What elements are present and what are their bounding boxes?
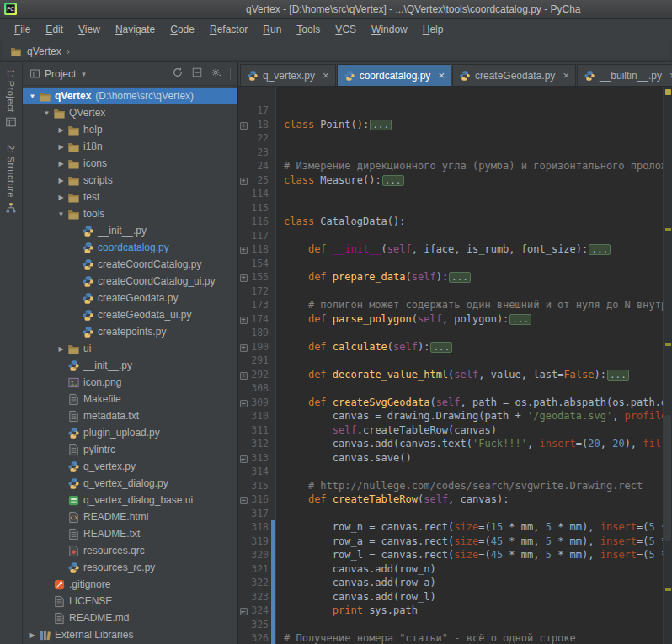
code-line-24[interactable]: 24# Измерение дирекционного угла (румба)…	[238, 159, 672, 173]
tree-item-README.html[interactable]: README.html	[23, 508, 237, 525]
code-line-317[interactable]: 317	[238, 507, 672, 521]
folded-region[interactable]: ...	[430, 342, 452, 353]
tree-item-createGeodata.py[interactable]: createGeodata.py	[23, 290, 237, 306]
code-line-172[interactable]: 172	[238, 285, 672, 299]
code-line-308[interactable]: 308	[238, 381, 672, 396]
code-line-314[interactable]: 314	[238, 465, 672, 479]
collapsed-arrow-icon[interactable]: ▶	[56, 194, 67, 201]
editor-tab-__builtin__.py[interactable]: __builtin__.py×	[577, 64, 672, 86]
code-line-291[interactable]: 291	[238, 354, 672, 368]
tree-item-createCoordCatalog.py[interactable]: createCoordCatalog.py	[23, 256, 237, 273]
code-line-315[interactable]: 315 # http://nullege.com/codes/search/sv…	[238, 479, 672, 493]
tree-item-scripts[interactable]: ▶scripts	[23, 172, 237, 189]
tree-item-README.md[interactable]: README.md	[23, 609, 237, 626]
tree-item-resources_rc.py[interactable]: resources_rc.py	[23, 559, 237, 576]
tree-item-plugin_upload.py[interactable]: plugin_upload.py	[23, 424, 237, 441]
close-tab-icon[interactable]: ×	[323, 72, 329, 80]
tree-item-__init__.py[interactable]: __init__.py	[23, 357, 237, 374]
code-line-325[interactable]: 325	[238, 618, 672, 632]
collapsed-arrow-icon[interactable]: ▶	[56, 126, 67, 134]
menu-navigate[interactable]: Navigate	[108, 20, 163, 39]
fold-plus-icon[interactable]: +	[238, 313, 248, 325]
close-tab-icon[interactable]: ×	[563, 72, 569, 80]
fold-end-icon[interactable]: ⌐	[238, 452, 248, 464]
tree-item-createGeodata_ui.py[interactable]: createGeodata_ui.py	[23, 306, 237, 323]
collapsed-arrow-icon[interactable]: ▶	[56, 160, 67, 168]
tree-item-test[interactable]: ▶test	[23, 189, 237, 205]
editor-tab-coordcatalog.py[interactable]: coordcatalog.py×	[337, 64, 451, 86]
code-line-309[interactable]: −309 def createSvgGeodata(self, path = o…	[238, 396, 672, 410]
code-line-189[interactable]: 189	[238, 326, 672, 340]
code-line-313[interactable]: ⌐313 canvas.save()	[238, 451, 672, 466]
tree-item-i18n[interactable]: ▶i18n	[23, 138, 237, 155]
fold-plus-icon[interactable]: +	[238, 341, 248, 353]
expanded-arrow-icon[interactable]: ▼	[56, 210, 67, 218]
tree-item-ui[interactable]: ▶ui	[23, 340, 237, 357]
code-line-116[interactable]: 116class CatalogData():	[238, 215, 672, 229]
tree-item-createCoordCatalog_ui.py[interactable]: createCoordCatalog_ui.py	[23, 273, 237, 290]
collapsed-arrow-icon[interactable]: ▶	[56, 143, 67, 151]
menu-edit[interactable]: Edit	[38, 20, 71, 39]
tree-item-icon.png[interactable]: icon.png	[23, 374, 237, 391]
code-editor[interactable]: 17+18class Point():...222324# Измерение …	[238, 87, 672, 644]
folded-region[interactable]: ...	[382, 175, 404, 186]
collapsed-arrow-icon[interactable]: ▶	[27, 631, 38, 639]
tree-item-q_vertex_dialog.py[interactable]: q_vertex_dialog.py	[23, 475, 237, 492]
code-line-320[interactable]: 320 row_l = canvas.rect(size=(45 * mm, 5…	[238, 548, 672, 562]
tree-item-tools[interactable]: ▼tools	[23, 205, 237, 222]
code-line-173[interactable]: 173 # полигон может содержать один внешн…	[238, 298, 672, 312]
code-line-310[interactable]: 310 canvas = drawing.Drawing(path + '/ge…	[238, 409, 672, 423]
editor-tab-q_vertex.py[interactable]: q_vertex.py×	[240, 64, 336, 86]
folded-region[interactable]: ...	[607, 370, 629, 381]
tree-item-__init__.py[interactable]: __init__.py	[23, 222, 237, 239]
code-line-154[interactable]: 154	[238, 257, 672, 271]
expanded-arrow-icon[interactable]: ▼	[41, 109, 52, 117]
tree-item-ExternalLibraries[interactable]: ▶External Libraries	[23, 626, 237, 643]
menu-refactor[interactable]: Refactor	[202, 20, 255, 39]
code-line-17[interactable]: 17	[238, 104, 672, 118]
scrollbar-thumb[interactable]	[664, 415, 671, 541]
collapse-all-button[interactable]	[191, 67, 203, 81]
fold-end-icon[interactable]: ⌐	[238, 604, 248, 616]
fold-plus-icon[interactable]: +	[238, 369, 248, 381]
code-line-318[interactable]: 318 row_n = canvas.rect(size=(15 * mm, 5…	[238, 520, 672, 535]
code-line-22[interactable]: 22	[238, 131, 672, 146]
tool-button-structure[interactable]: 2: Structure	[5, 145, 17, 214]
tree-item-coordcatalog.py[interactable]: coordcatalog.py	[23, 239, 237, 256]
fold-plus-icon[interactable]: +	[238, 243, 248, 255]
warning-stripe-mark[interactable]	[665, 588, 671, 591]
code-line-118[interactable]: +118 def __init__(self, iface, is_rumb, …	[238, 242, 672, 257]
code-line-316[interactable]: −316 def createTableRow(self, canvas):	[238, 492, 672, 507]
tree-item-q_vertex_dialog_base.ui[interactable]: q_vertex_dialog_base.ui	[23, 492, 237, 508]
code-line-321[interactable]: 321 canvas.add(row_n)	[238, 562, 672, 577]
editor-tab-createGeodata.py[interactable]: createGeodata.py×	[452, 64, 576, 86]
tree-item-.gitignore[interactable]: .gitignore	[23, 576, 237, 593]
code-line-311[interactable]: 311 self.createTableRow(canvas)	[238, 423, 672, 438]
editor-scrollbar[interactable]	[663, 87, 672, 644]
tree-item-pylintrc[interactable]: pylintrc	[23, 441, 237, 458]
code-line-322[interactable]: 322 canvas.add(row_a)	[238, 576, 672, 590]
menu-help[interactable]: Help	[415, 20, 451, 39]
code-line-319[interactable]: 319 row_a = canvas.rect(size=(45 * mm, 5…	[238, 535, 672, 549]
tree-item-qVertex[interactable]: ▼qVertex (D:\home\src\qVertex)	[23, 88, 237, 104]
code-line-23[interactable]: 23	[238, 146, 672, 160]
code-line-174[interactable]: +174 def parse_polygon(self, polygon):..…	[238, 312, 672, 327]
menu-file[interactable]: File	[7, 20, 38, 39]
expanded-arrow-icon[interactable]: ▼	[27, 93, 38, 100]
tree-item-metadata.txt[interactable]: metadata.txt	[23, 407, 237, 424]
tree-item-README.txt[interactable]: README.txt	[23, 525, 237, 542]
gear-button[interactable]	[211, 67, 222, 81]
breadcrumb-item[interactable]: qVertex	[27, 45, 61, 57]
menu-window[interactable]: Window	[364, 20, 415, 39]
code-line-114[interactable]: 114	[238, 187, 672, 201]
fold-plus-icon[interactable]: +	[238, 119, 248, 130]
tree-item-icons[interactable]: ▶icons	[23, 155, 237, 172]
view-selector[interactable]: Project ▾	[29, 68, 86, 80]
menu-tools[interactable]: Tools	[289, 20, 328, 39]
code-line-292[interactable]: +292 def decorate_value_html(self, value…	[238, 368, 672, 382]
menu-run[interactable]: Run	[255, 20, 289, 39]
collapsed-arrow-icon[interactable]: ▶	[56, 177, 67, 184]
menu-vcs[interactable]: VCS	[328, 20, 364, 39]
menu-view[interactable]: View	[71, 20, 108, 39]
fold-plus-icon[interactable]: +	[238, 174, 248, 186]
